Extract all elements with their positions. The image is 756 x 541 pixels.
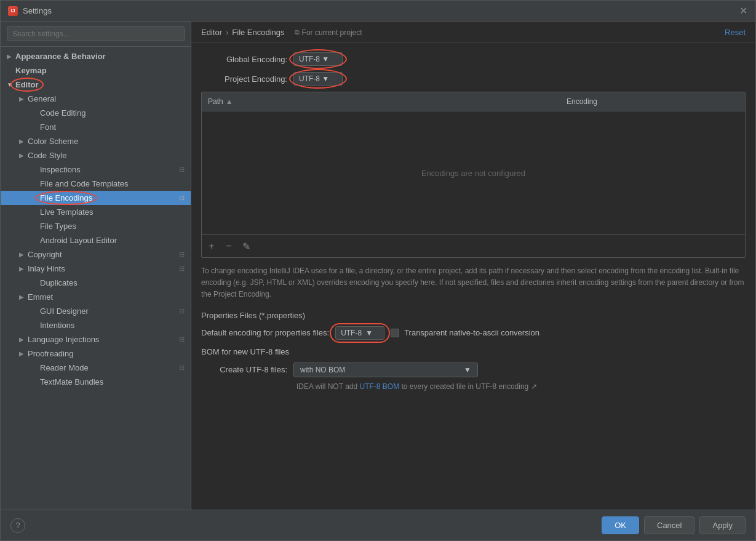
remove-encoding-button[interactable]: − (221, 239, 236, 254)
sidebar-item-language-injections[interactable]: ▶ Language Injections ⊟ (1, 332, 191, 347)
create-utf8-dropdown[interactable]: with NO BOM ▼ (293, 363, 478, 377)
table-header: Path ▲ Encoding (202, 92, 745, 111)
sidebar: ▶ Appearance & Behavior Keymap ▼ Editor (1, 22, 191, 510)
sidebar-item-label: Language Injections (28, 335, 99, 344)
sidebar-item-color-scheme[interactable]: ▶ Color Scheme (1, 134, 191, 148)
sidebar-item-label: Duplicates (40, 278, 78, 287)
apply-button[interactable]: Apply (699, 516, 746, 534)
global-encoding-dropdown[interactable]: UTF-8 ▼ (293, 52, 343, 66)
add-encoding-button[interactable]: + (204, 239, 219, 254)
default-enc-label: Default encoding for properties files: (201, 328, 329, 337)
edit-encoding-button[interactable]: ✎ (239, 239, 253, 254)
sidebar-item-font[interactable]: Font (1, 120, 191, 134)
table-column-encoding: Encoding (560, 95, 745, 108)
search-input[interactable] (7, 26, 185, 41)
sidebar-item-editor[interactable]: ▼ Editor (1, 78, 191, 92)
chevron-right-icon: ▶ (19, 336, 25, 343)
for-project-link[interactable]: ⧉ For current project (295, 28, 362, 37)
sidebar-item-label: Live Templates (40, 207, 93, 217)
sidebar-item-label: File and Code Templates (40, 179, 129, 188)
sidebar-item-inlay-hints[interactable]: ▶ Inlay Hints ⊟ (1, 262, 191, 276)
settings-page-icon: ⊟ (179, 307, 185, 315)
spacer (31, 194, 38, 201)
table-column-path: Path ▲ (202, 95, 560, 108)
bom-info-text: IDEA will NOT add UTF-8 BOM to every cre… (201, 382, 746, 391)
sidebar-item-file-types[interactable]: File Types (1, 219, 191, 233)
for-project-label: For current project (302, 28, 362, 37)
sidebar-item-label: Appearance & Behavior (15, 52, 106, 61)
transparent-conversion-checkbox[interactable] (391, 329, 399, 337)
global-encoding-value: UTF-8 (299, 55, 320, 63)
app-icon: IJ (8, 6, 18, 16)
sidebar-item-label: GUI Designer (40, 307, 89, 316)
breadcrumb-separator: › (226, 28, 228, 37)
sidebar-item-gui-designer[interactable]: GUI Designer ⊟ (1, 304, 191, 318)
sidebar-item-proofreading[interactable]: ▶ Proofreading (1, 347, 191, 361)
dialog-buttons: OK Cancel Apply (602, 516, 746, 534)
bom-link[interactable]: UTF-8 BOM (359, 382, 399, 391)
spacer (31, 308, 38, 315)
table-toolbar: + − ✎ (202, 234, 745, 257)
chevron-right-icon: ▶ (19, 294, 25, 300)
global-encoding-row: Global Encoding: UTF-8 ▼ (201, 52, 746, 66)
reset-button[interactable]: Reset (725, 28, 746, 37)
sidebar-item-label: Code Style (28, 151, 67, 160)
create-utf8-label: Create UTF-8 files: (201, 365, 287, 374)
transparent-conversion-checkbox-area: Transparent native-to-ascii conversion (391, 328, 539, 337)
help-button[interactable]: ? (10, 518, 25, 533)
spacer (31, 180, 38, 187)
info-text: To change encoding IntelliJ IDEA uses fo… (201, 265, 746, 301)
sidebar-item-keymap[interactable]: Keymap (1, 63, 191, 78)
chevron-right-icon: ▶ (19, 350, 25, 357)
sidebar-item-inspections[interactable]: Inspections ⊟ (1, 162, 191, 177)
spacer (31, 166, 38, 173)
sidebar-item-code-editing[interactable]: Code Editing (1, 106, 191, 120)
sidebar-item-label: Keymap (15, 66, 47, 75)
panel-header: Editor › File Encodings ⧉ For current pr… (191, 22, 755, 42)
chevron-right-icon: ▶ (19, 138, 25, 145)
dropdown-arrow-icon: ▼ (322, 74, 329, 83)
sort-asc-icon: ▲ (226, 97, 233, 106)
ok-button[interactable]: OK (602, 516, 639, 534)
project-encoding-dropdown[interactable]: UTF-8 ▼ (293, 72, 343, 86)
spacer (31, 223, 38, 230)
cancel-button[interactable]: Cancel (644, 516, 694, 534)
sidebar-item-general[interactable]: ▶ General (1, 92, 191, 106)
main-content: ▶ Appearance & Behavior Keymap ▼ Editor (1, 22, 755, 510)
default-encoding-dropdown[interactable]: UTF-8 ▼ (335, 326, 384, 340)
sidebar-item-emmet[interactable]: ▶ Emmet (1, 290, 191, 304)
sidebar-item-copyright[interactable]: ▶ Copyright ⊟ (1, 247, 191, 262)
spacer (7, 67, 13, 74)
window-title: Settings (23, 6, 52, 15)
chevron-right-icon: ▶ (19, 95, 25, 102)
copy-icon: ⧉ (295, 28, 300, 36)
settings-page-icon: ⊟ (179, 335, 185, 343)
sidebar-item-code-style[interactable]: ▶ Code Style (1, 148, 191, 162)
sidebar-item-file-code-templates[interactable]: File and Code Templates (1, 177, 191, 191)
sidebar-item-duplicates[interactable]: Duplicates (1, 276, 191, 290)
project-encoding-label: Project Encoding: (201, 74, 287, 84)
sidebar-item-label: Reader Mode (40, 363, 89, 372)
transparent-conversion-label: Transparent native-to-ascii conversion (404, 328, 539, 337)
column-encoding-label: Encoding (567, 97, 597, 106)
sidebar-item-file-encodings[interactable]: File Encodings ⊟ (1, 191, 191, 205)
create-utf8-row: Create UTF-8 files: with NO BOM ▼ (201, 363, 746, 377)
bom-section-title: BOM for new UTF-8 files (201, 347, 746, 356)
chevron-right-icon: ▶ (19, 152, 25, 159)
sidebar-item-label: Code Editing (40, 108, 86, 118)
close-button[interactable]: ✕ (738, 6, 748, 16)
sidebar-item-android-layout-editor[interactable]: Android Layout Editor (1, 233, 191, 247)
sidebar-item-label: File Encodings (40, 193, 92, 202)
sidebar-item-appearance[interactable]: ▶ Appearance & Behavior (1, 49, 191, 63)
chevron-right-icon: ▶ (7, 53, 13, 60)
sidebar-item-live-templates[interactable]: Live Templates (1, 205, 191, 219)
right-panel: Editor › File Encodings ⧉ For current pr… (191, 22, 755, 510)
sidebar-item-intentions[interactable]: Intentions (1, 318, 191, 332)
sidebar-item-reader-mode[interactable]: Reader Mode ⊟ (1, 361, 191, 375)
properties-section-title: Properties Files (*.properties) (201, 311, 746, 320)
spacer (31, 237, 38, 244)
breadcrumb: Editor › File Encodings (201, 28, 285, 37)
titlebar: IJ Settings ✕ (1, 1, 755, 22)
sidebar-item-textmate-bundles[interactable]: TextMate Bundles (1, 375, 191, 389)
sidebar-item-label: Editor (15, 80, 39, 89)
